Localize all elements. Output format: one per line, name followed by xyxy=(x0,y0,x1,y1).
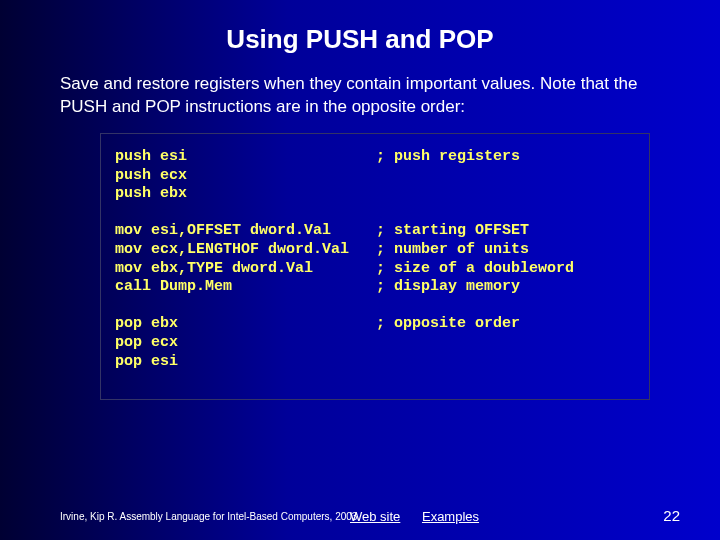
code-line: push esi ; push registers xyxy=(115,148,635,167)
code-line: pop esi xyxy=(115,353,635,372)
code-block-pop: pop ebx ; opposite order pop ecx pop esi xyxy=(115,315,635,371)
code-box: push esi ; push registers push ecx push … xyxy=(100,133,650,401)
code-line: pop ebx ; opposite order xyxy=(115,315,635,334)
code-line: call Dump.Mem ; display memory xyxy=(115,278,635,297)
code-line: pop ecx xyxy=(115,334,635,353)
footer-links: Web site Examples xyxy=(350,509,497,524)
code-line: mov ebx,TYPE dword.Val ; size of a doubl… xyxy=(115,260,635,279)
page-number: 22 xyxy=(663,507,680,524)
code-block-push: push esi ; push registers push ecx push … xyxy=(115,148,635,204)
footer-citation: Irvine, Kip R. Assembly Language for Int… xyxy=(60,511,360,522)
slide-title: Using PUSH and POP xyxy=(0,24,720,55)
web-site-link[interactable]: Web site xyxy=(350,509,400,524)
code-line: push ebx xyxy=(115,185,635,204)
code-block-mov: mov esi,OFFSET dword.Val ; starting OFFS… xyxy=(115,222,635,297)
slide-description: Save and restore registers when they con… xyxy=(60,73,660,119)
examples-link[interactable]: Examples xyxy=(422,509,479,524)
code-line: mov ecx,LENGTHOF dword.Val ; number of u… xyxy=(115,241,635,260)
code-line: push ecx xyxy=(115,167,635,186)
code-line: mov esi,OFFSET dword.Val ; starting OFFS… xyxy=(115,222,635,241)
